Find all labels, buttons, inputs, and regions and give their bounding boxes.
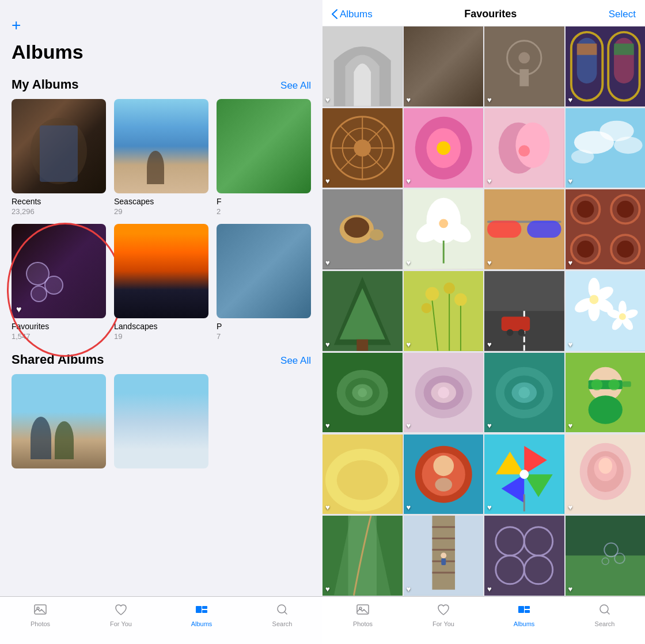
- grid-photo-6[interactable]: ♥: [404, 108, 484, 188]
- svg-point-79: [518, 329, 525, 336]
- svg-rect-162: [525, 606, 530, 609]
- grid-heart-25: ♥: [325, 585, 330, 593]
- svg-point-37: [614, 136, 642, 154]
- album-item-recents[interactable]: Recents 23,296: [12, 99, 106, 216]
- grid-photo-28[interactable]: ♥: [566, 516, 646, 596]
- right-tab-bar: Photos For You Albums: [322, 596, 645, 644]
- grid-photo-19[interactable]: ♥: [484, 353, 564, 433]
- tab-for-you-left[interactable]: For You: [81, 603, 161, 627]
- tab-albums-right[interactable]: Albums: [484, 603, 564, 627]
- svg-point-42: [370, 230, 384, 241]
- svg-rect-16: [576, 44, 597, 55]
- add-button[interactable]: +: [12, 12, 311, 36]
- svg-point-92: [619, 313, 625, 320]
- tab-search-right[interactable]: Search: [564, 603, 645, 627]
- grid-heart-5: ♥: [325, 177, 330, 185]
- left-panel: + Albums My Albums See All Recents 23,29…: [0, 0, 322, 644]
- back-button[interactable]: Albums: [332, 9, 373, 20]
- album-item-partial2[interactable]: P 7: [217, 224, 311, 341]
- grid-photo-3[interactable]: ♥: [484, 26, 564, 106]
- select-button[interactable]: Select: [609, 9, 636, 20]
- album-item-seascapes[interactable]: Seascapes 29: [114, 99, 208, 216]
- grid-heart-20: ♥: [568, 421, 573, 430]
- grid-photo-1[interactable]: ♥: [322, 26, 403, 106]
- grid-photo-15[interactable]: ♥: [484, 271, 564, 351]
- svg-point-59: [576, 241, 594, 258]
- grid-heart-24: ♥: [568, 503, 573, 512]
- album-name-favourites: Favourites: [12, 321, 106, 331]
- svg-point-123: [435, 478, 452, 491]
- grid-photo-14[interactable]: ♥: [404, 271, 484, 351]
- svg-rect-52: [527, 221, 561, 238]
- grid-photo-17[interactable]: ♥: [322, 353, 403, 433]
- grid-photo-16[interactable]: ♥: [566, 271, 646, 351]
- my-albums-see-all[interactable]: See All: [280, 80, 311, 92]
- tab-search-label-right: Search: [595, 620, 615, 627]
- grid-photo-4[interactable]: ♥: [566, 26, 646, 106]
- right-panel: Albums Favourites Select ♥ ♥: [322, 0, 645, 644]
- grid-photo-23[interactable]: ♥: [484, 435, 564, 515]
- svg-point-70: [421, 303, 431, 314]
- search-tab-icon-right: [598, 603, 612, 619]
- tab-photos-label-right: Photos: [353, 620, 373, 627]
- svg-rect-7: [484, 26, 564, 106]
- grid-photo-22[interactable]: ♥: [404, 435, 484, 515]
- tab-photos-right[interactable]: Photos: [322, 603, 403, 627]
- grid-photo-9[interactable]: ♥: [322, 189, 403, 269]
- grid-photo-18[interactable]: ♥: [404, 353, 484, 433]
- grid-heart-9: ♥: [325, 258, 330, 267]
- svg-point-78: [507, 329, 514, 336]
- grid-heart-14: ♥: [407, 340, 411, 349]
- photos-tab-icon: [33, 603, 47, 619]
- svg-point-111: [591, 379, 602, 390]
- svg-rect-66: [404, 271, 484, 351]
- grid-photo-25[interactable]: ♥: [322, 516, 403, 596]
- svg-point-10: [518, 52, 530, 64]
- grid-photo-8[interactable]: ♥: [566, 108, 646, 188]
- grid-heart-28: ♥: [568, 585, 573, 593]
- album-thumb-seascapes: [114, 99, 208, 193]
- grid-photo-26[interactable]: ♥: [404, 516, 484, 596]
- svg-rect-163: [525, 610, 530, 613]
- svg-point-112: [608, 379, 620, 390]
- svg-point-107: [518, 387, 530, 398]
- grid-heart-4: ♥: [568, 96, 573, 104]
- album-thumb-landscapes: [114, 224, 208, 318]
- grid-photo-2[interactable]: ♥: [404, 26, 484, 106]
- page-title: Albums: [12, 36, 311, 73]
- grid-photo-21[interactable]: ♥: [322, 435, 403, 515]
- album-item-landscapes[interactable]: Landscapes 19: [114, 224, 208, 341]
- grid-photo-5[interactable]: ♥: [322, 108, 403, 188]
- grid-photo-27[interactable]: ♥: [484, 516, 564, 596]
- tab-photos-label-left: Photos: [31, 620, 50, 627]
- tab-albums-left[interactable]: Albums: [161, 603, 242, 627]
- grid-photo-13[interactable]: ♥: [322, 271, 403, 351]
- tab-photos-left[interactable]: Photos: [0, 603, 81, 627]
- svg-point-33: [518, 145, 530, 157]
- svg-rect-3: [202, 606, 207, 609]
- svg-point-102: [438, 387, 449, 398]
- grid-photo-10[interactable]: ♥: [404, 189, 484, 269]
- grid-photo-12[interactable]: ♥: [566, 189, 646, 269]
- svg-point-41: [344, 218, 370, 238]
- album-name-seascapes: Seascapes: [114, 196, 208, 207]
- favourites-photos-grid: ♥ ♥ ♥ ♥: [322, 26, 645, 596]
- album-item-partial1[interactable]: F 2: [217, 99, 311, 216]
- shared-albums-see-all[interactable]: See All: [280, 355, 311, 367]
- shared-album-1[interactable]: [12, 374, 106, 468]
- svg-rect-4: [202, 610, 207, 613]
- album-item-favourites[interactable]: ♥ Favourites 1,547: [12, 224, 106, 341]
- grid-photo-24[interactable]: ♥: [566, 435, 646, 515]
- grid-heart-17: ♥: [325, 421, 330, 430]
- grid-heart-12: ♥: [568, 258, 573, 267]
- tab-search-left[interactable]: Search: [242, 603, 322, 627]
- album-count-partial1: 2: [217, 207, 311, 216]
- svg-point-67: [425, 287, 439, 301]
- for-you-tab-icon-right: [437, 603, 450, 619]
- shared-album-2[interactable]: [114, 374, 208, 468]
- grid-photo-7[interactable]: ♥: [484, 108, 564, 188]
- grid-photo-20[interactable]: ♥: [566, 353, 646, 433]
- tab-for-you-right[interactable]: For You: [403, 603, 484, 627]
- grid-photo-11[interactable]: ♥: [484, 189, 564, 269]
- album-thumb-partial2: [217, 224, 311, 318]
